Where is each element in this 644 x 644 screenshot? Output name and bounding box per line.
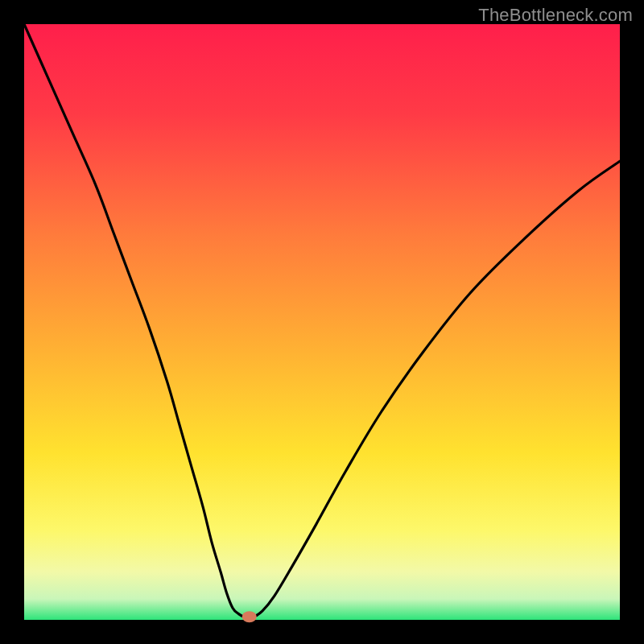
watermark-text: TheBottleneck.com	[478, 5, 633, 26]
plot-background	[24, 24, 620, 620]
chart-container: { "watermark": "TheBottleneck.com", "cha…	[0, 0, 644, 644]
minimum-marker	[242, 611, 257, 622]
bottleneck-chart	[0, 0, 644, 644]
